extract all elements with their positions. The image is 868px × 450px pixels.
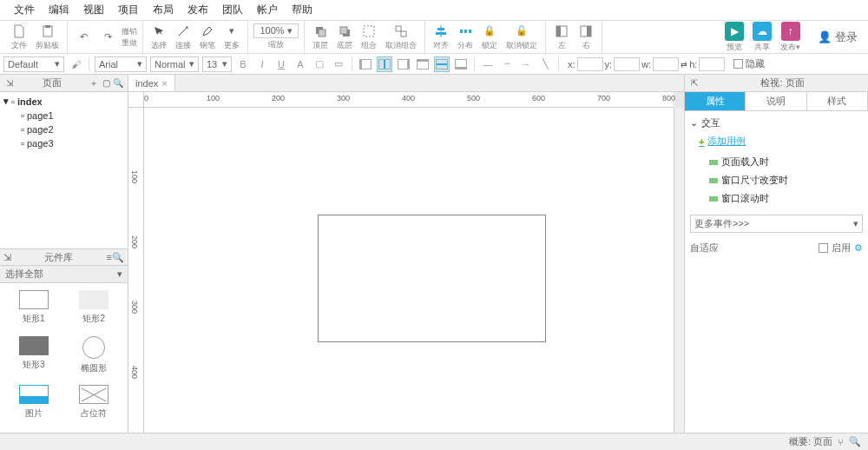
line-type-button[interactable]: ╲ (537, 56, 553, 72)
widget-rect1[interactable]: 矩形1 (7, 290, 61, 329)
menu-account[interactable]: 帐户 (250, 3, 285, 17)
menu-help[interactable]: 帮助 (285, 3, 319, 17)
more-tool[interactable]: ▾更多 (221, 23, 242, 51)
hidden-checkbox[interactable] (733, 59, 743, 69)
line-style-button[interactable]: ┄ (499, 56, 515, 72)
link-wh-icon[interactable]: ⇄ (681, 60, 687, 69)
unlock-button[interactable]: 🔓取消锁定 (503, 23, 540, 51)
publish-button[interactable]: ↑发布▾ (780, 22, 800, 53)
plus-icon: + (699, 136, 704, 147)
login-button[interactable]: 👤登录 (818, 30, 858, 45)
widget-ellipse[interactable]: 椭圆形 (68, 336, 122, 379)
status-bar: 概要: 页面 ⑂ 🔍 (0, 433, 868, 450)
widget-rect2[interactable]: 矩形2 (68, 290, 122, 329)
send-back-button[interactable]: 底层 (334, 23, 355, 51)
tab-notes[interactable]: 说明 (746, 92, 806, 110)
back-icon (337, 23, 352, 39)
tree-item[interactable]: ▫page3 (0, 136, 128, 150)
align-center-button[interactable] (377, 56, 392, 72)
event-item[interactable]: 页面载入时 (690, 153, 863, 171)
underline-button[interactable]: U (273, 56, 289, 72)
distribute-button[interactable]: 分布 (455, 23, 476, 51)
collapse-icon[interactable]: ⇲ (3, 252, 11, 263)
dock-left-button[interactable]: 左 (551, 23, 572, 51)
search-pages-icon[interactable]: 🔍 (112, 77, 124, 89)
share-button[interactable]: ☁共享 (753, 22, 772, 53)
widget-placeholder[interactable]: 占位符 (68, 385, 122, 424)
select-tool[interactable]: 选择 (148, 23, 169, 51)
event-item[interactable]: 窗口滚动时 (690, 189, 863, 208)
pen-tool[interactable]: 钢笔 (197, 23, 218, 51)
event-item[interactable]: 窗口尺寸改变时 (690, 171, 863, 189)
align-button[interactable]: 对齐 (431, 23, 451, 51)
menu-view[interactable]: 视图 (76, 3, 111, 17)
clipboard-button[interactable]: 剪贴板 (33, 23, 62, 51)
filter-icon[interactable]: ⑂ (838, 437, 844, 447)
add-page-icon[interactable]: ＋ (88, 77, 100, 89)
zoom-input[interactable]: 100% ▾ (253, 23, 299, 38)
new-file-button[interactable]: 文件 (9, 23, 30, 51)
menu-publish[interactable]: 发布 (181, 3, 215, 17)
dock-right-button[interactable]: 右 (575, 23, 596, 51)
ungroup-button[interactable]: 取消组合 (383, 23, 419, 51)
library-filter-select[interactable]: 选择全部▾ (0, 266, 128, 283)
collapse-icon[interactable]: ⇲ (3, 77, 16, 89)
font-weight-select[interactable]: Normal▾ (150, 56, 199, 72)
y-input[interactable] (614, 57, 640, 71)
canvas[interactable] (144, 108, 674, 438)
tree-root[interactable]: ▾▫index (0, 94, 128, 109)
border-color-button[interactable]: ▭ (331, 56, 346, 72)
preview-button[interactable]: ▶预览 (725, 22, 744, 53)
tree-item[interactable]: ▫page1 (0, 109, 128, 122)
text-color-button[interactable]: A (293, 56, 308, 72)
tab-properties[interactable]: 属性 (685, 92, 746, 110)
canvas-rectangle[interactable] (318, 215, 546, 342)
menu-edit[interactable]: 编辑 (42, 3, 76, 17)
italic-button[interactable]: I (254, 56, 270, 72)
more-events-select[interactable]: 更多事件>>>▾ (690, 215, 863, 233)
valign-middle-button[interactable] (434, 56, 450, 72)
h-input[interactable] (699, 57, 725, 71)
enable-checkbox[interactable] (819, 243, 828, 253)
add-case-link[interactable]: +添加用例 (699, 135, 863, 148)
close-icon[interactable]: × (161, 78, 167, 89)
w-input[interactable] (653, 57, 679, 71)
add-folder-icon[interactable]: ▢ (100, 77, 112, 89)
tree-item[interactable]: ▫page2 (0, 122, 128, 136)
bring-front-button[interactable]: 顶层 (310, 23, 331, 51)
tab-index[interactable]: index× (128, 75, 175, 91)
widget-image[interactable]: 图片 (7, 385, 61, 424)
menu-file[interactable]: 文件 (7, 3, 42, 17)
font-size-select[interactable]: 13▾ (202, 56, 232, 72)
align-right-button[interactable] (396, 56, 411, 72)
outline-label[interactable]: 概要: 页面 (789, 435, 832, 448)
group-button[interactable]: 组合 (358, 23, 379, 51)
cursor-icon (151, 23, 167, 39)
valign-bottom-button[interactable] (453, 56, 469, 72)
bold-button[interactable]: B (235, 56, 251, 72)
vertical-scrollbar[interactable] (674, 108, 684, 438)
redo-button[interactable]: ↷ (97, 30, 118, 45)
undo-button[interactable]: ↶ (73, 30, 94, 45)
lock-button[interactable]: 🔒锁定 (479, 23, 500, 51)
line-width-button[interactable]: — (480, 56, 496, 72)
style-select[interactable]: Default▾ (3, 56, 64, 72)
paint-format-button[interactable]: 🖌 (68, 56, 83, 72)
font-select[interactable]: Arial▾ (95, 56, 147, 72)
search-icon[interactable]: 🔍 (849, 436, 861, 447)
widget-rect3[interactable]: 矩形3 (7, 336, 61, 379)
valign-top-button[interactable] (415, 56, 431, 72)
menu-project[interactable]: 项目 (111, 3, 146, 17)
connect-tool[interactable]: 连接 (173, 23, 194, 51)
menu-team[interactable]: 团队 (215, 3, 250, 17)
interaction-section[interactable]: ⌄交互 (690, 116, 863, 129)
settings-icon[interactable]: ⚙ (854, 242, 863, 254)
menu-layout[interactable]: 布局 (146, 3, 181, 17)
fill-color-button[interactable]: ▢ (312, 56, 327, 72)
library-search-icon[interactable]: 🔍 (112, 252, 124, 263)
x-input[interactable] (577, 57, 603, 71)
align-left-button[interactable] (358, 56, 373, 72)
arrow-button[interactable]: → (518, 56, 534, 72)
collapse-icon[interactable]: ⇱ (688, 77, 700, 89)
tab-style[interactable]: 样式 (807, 92, 868, 110)
